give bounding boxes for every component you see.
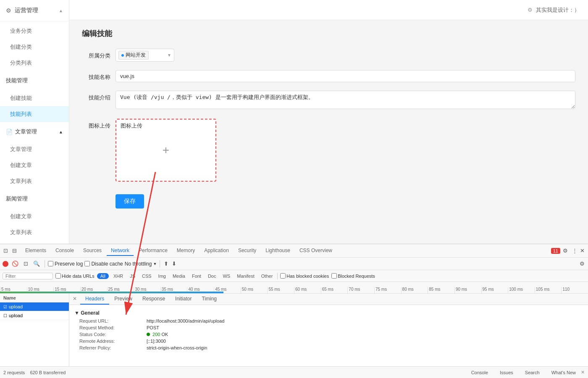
detail-tab-close[interactable]: ✕ [69, 294, 80, 305]
filter-button[interactable]: ⊡ [22, 260, 30, 268]
timeline-tick: 90 ms [454, 287, 481, 293]
sidebar-group-news-header[interactable]: 新闻管理 [0, 191, 69, 207]
filter-doc-btn[interactable]: Doc [206, 273, 218, 279]
export-button[interactable]: ⬇ [171, 260, 177, 268]
search-network-button[interactable]: 🔍 [32, 260, 42, 268]
user-text: 其实我是设计：） [536, 6, 580, 14]
bottom-tab-console[interactable]: Console [468, 369, 491, 376]
status-code: 200 [152, 332, 160, 337]
skill-intro-input[interactable] [116, 91, 575, 109]
filter-js-btn[interactable]: JS [128, 273, 137, 279]
sidebar-item-create-category[interactable]: 创建分类 [0, 39, 69, 55]
timeline-tick: 70 ms [347, 287, 374, 293]
throttling-wrap[interactable]: No throttling ▼ [125, 261, 157, 267]
filter-manifest-btn[interactable]: Manifest [235, 273, 257, 279]
filter-font-btn[interactable]: Font [190, 273, 203, 279]
form-icon-control: 图标上传 + [116, 119, 575, 182]
bottom-tab-whatsnew[interactable]: What's New [548, 369, 579, 376]
timeline-tick: 60 ms [294, 287, 321, 293]
detail-tab-initiator[interactable]: Initiator [170, 294, 197, 305]
devtools-more-icon[interactable]: ⋮ [572, 248, 578, 254]
sidebar-item-create-news[interactable]: 创建文章 [0, 209, 69, 224]
sidebar-group-news: 创建文章 文章列表 [0, 207, 69, 242]
form-category-control: 网站开发 ▼ [116, 49, 575, 62]
sidebar-item-news-list[interactable]: 文章列表 [0, 224, 69, 240]
blocked-req-wrap[interactable]: Blocked Requests [331, 273, 375, 279]
preserve-log-checkbox-wrap[interactable]: Preserve log [48, 261, 83, 267]
tab-performance[interactable]: Performance [134, 246, 172, 256]
tab-memory[interactable]: Memory [173, 246, 199, 256]
blocked-req-checkbox[interactable] [331, 273, 337, 279]
import-button[interactable]: ⬆ [163, 260, 169, 268]
preserve-log-checkbox[interactable] [48, 261, 53, 266]
tab-elements[interactable]: Elements [21, 246, 50, 256]
tab-css-overview[interactable]: CSS Overview [295, 246, 336, 256]
timeline-tick: 105 ms [535, 287, 562, 293]
sidebar-item-skill-list[interactable]: 技能列表 [0, 106, 69, 122]
tab-network[interactable]: Network [107, 246, 134, 256]
request-detail: ✕ Headers Preview Response Initiator Tim… [69, 294, 588, 366]
detail-tabs: ✕ Headers Preview Response Initiator Tim… [69, 294, 588, 305]
bottom-tab-issues[interactable]: Issues [496, 369, 517, 376]
record-button[interactable] [3, 261, 8, 267]
category-tag: 网站开发 [118, 51, 149, 60]
save-button[interactable]: 保存 [116, 194, 144, 209]
request-item-upload[interactable]: ☐ upload [0, 311, 69, 320]
sidebar-item-article-list[interactable]: 文章列表 [0, 173, 69, 189]
hide-data-urls-checkbox[interactable] [55, 273, 61, 279]
form-intro-control [116, 91, 575, 110]
skill-name-input[interactable] [116, 70, 575, 82]
tab-security[interactable]: Security [234, 246, 260, 256]
settings-network-button[interactable]: ⚙ [579, 260, 585, 268]
has-blocked-cookies-checkbox[interactable] [280, 273, 286, 279]
detail-general-section: ▼ General Request URL: http://localhost:… [69, 305, 588, 355]
bottom-tab-search[interactable]: Search [522, 369, 543, 376]
clear-button[interactable]: 🚫 [10, 260, 20, 268]
detail-tab-timing[interactable]: Timing [197, 294, 222, 305]
detail-tab-headers[interactable]: Headers [80, 294, 109, 305]
filter-css-btn[interactable]: CSS [140, 273, 154, 279]
detail-tab-response[interactable]: Response [137, 294, 170, 305]
upload-area[interactable]: 图标上传 + [116, 119, 216, 182]
sidebar-group-business: 业务分类 创建分类 分类列表 [0, 21, 69, 73]
filter-ws-btn[interactable]: WS [220, 273, 232, 279]
has-blocked-cookies-wrap[interactable]: Has blocked cookies [280, 273, 329, 279]
request-panel: Name ☑ upload ☐ upload ✕ Headers Preview… [0, 294, 588, 366]
detail-section-title[interactable]: ▼ General [74, 308, 583, 318]
devtools-close-icon[interactable]: ✕ [580, 248, 585, 254]
request-item-upload-selected[interactable]: ☑ upload [0, 302, 69, 311]
disable-cache-checkbox[interactable] [84, 261, 90, 266]
sidebar-item-create-article[interactable]: 创建文章 [0, 157, 69, 173]
form-category-item: 所属分类 网站开发 ▼ [82, 49, 575, 62]
category-tag-text: 网站开发 [126, 52, 146, 59]
filter-input[interactable] [3, 273, 53, 279]
tab-application[interactable]: Application [200, 246, 233, 256]
tab-console[interactable]: Console [51, 246, 78, 256]
filter-other-btn[interactable]: Other [259, 273, 275, 279]
filter-img-btn[interactable]: Img [156, 273, 168, 279]
sidebar-item-article-manage[interactable]: 文章管理 [0, 141, 69, 157]
hide-data-urls-wrap[interactable]: Hide data URLs [55, 273, 94, 279]
filter-media-btn[interactable]: Media [171, 273, 187, 279]
disable-cache-checkbox-wrap[interactable]: Disable cache [84, 261, 123, 267]
sidebar-admin-header[interactable]: ⚙ 运营管理 ▲ [0, 0, 69, 21]
tab-lighthouse[interactable]: Lighthouse [261, 246, 294, 256]
sidebar-group-article-header[interactable]: 📄 文章管理 ▲ [0, 124, 69, 140]
timeline-tick: 100 ms [508, 287, 535, 293]
form-category-select-wrap[interactable]: 网站开发 ▼ [116, 49, 174, 62]
devtools-panel: ⊡ ⊟ Elements Console Sources Network Per… [0, 244, 588, 378]
filter-xhr-btn[interactable]: XHR [111, 273, 125, 279]
timeline-tick: 55 ms [267, 287, 294, 293]
tab-sources[interactable]: Sources [79, 246, 106, 256]
filter-all-btn[interactable]: All [97, 273, 109, 279]
toolbar-sep1 [45, 260, 45, 268]
whatsnew-close-icon[interactable]: ✕ [581, 370, 585, 375]
devtools-settings-icon[interactable]: ⚙ [563, 248, 568, 254]
detail-tab-preview[interactable]: Preview [109, 294, 137, 305]
sidebar-item-business-category[interactable]: 业务分类 [0, 23, 69, 39]
has-blocked-label: Has blocked cookies [286, 274, 329, 279]
sidebar-group-skill-header[interactable]: 技能管理 [0, 73, 69, 89]
sidebar-item-create-skill[interactable]: 创建技能 [0, 90, 69, 106]
form-skillname-label: 技能名称 [82, 70, 116, 81]
sidebar-item-category-list[interactable]: 分类列表 [0, 55, 69, 71]
